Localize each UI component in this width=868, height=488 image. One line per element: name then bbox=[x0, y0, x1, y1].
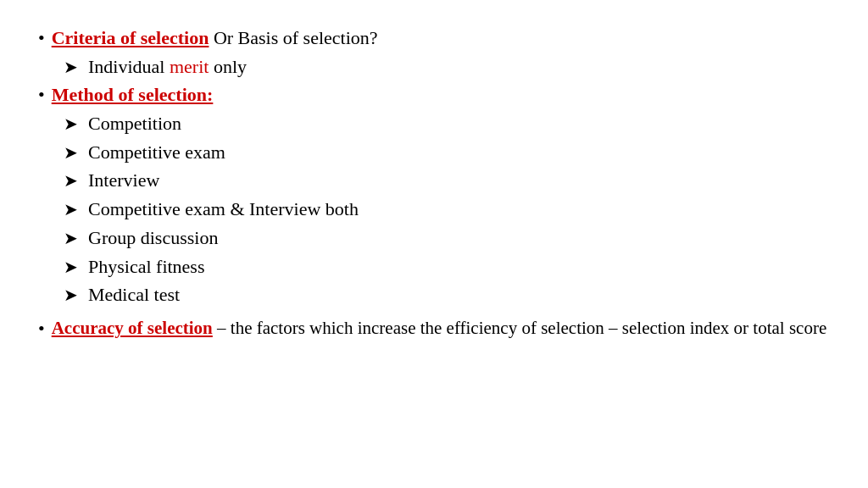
arrow-2: ➤ bbox=[64, 114, 78, 134]
competitive-exam-text: Competitive exam bbox=[88, 140, 225, 165]
accuracy-red: Accuracy of selection bbox=[52, 318, 213, 338]
arrow-8: ➤ bbox=[64, 285, 78, 305]
criteria-black: Or Basis of selection? bbox=[214, 27, 378, 48]
merit-text: Individual merit only bbox=[88, 54, 247, 80]
group-discussion-line: ➤ Group discussion bbox=[38, 225, 830, 251]
group-discussion-text: Group discussion bbox=[88, 225, 218, 251]
bullet-dot-3: • bbox=[38, 318, 45, 340]
method-heading-line: • Method of selection: bbox=[38, 82, 830, 108]
competition-text: Competition bbox=[88, 111, 181, 136]
criteria-line: • Criteria of selection Or Basis of sele… bbox=[38, 25, 830, 51]
criteria-text: Criteria of selection Or Basis of select… bbox=[52, 25, 378, 51]
competition-line: ➤ Competition bbox=[38, 111, 830, 136]
arrow-3: ➤ bbox=[64, 142, 78, 163]
competitive-interview-text: Competitive exam & Interview both bbox=[88, 197, 359, 222]
medical-test-text: Medical test bbox=[88, 282, 180, 308]
accuracy-text: Accuracy of selection – the factors whic… bbox=[52, 316, 830, 341]
criteria-red: Criteria of selection bbox=[52, 27, 209, 48]
physical-fitness-line: ➤ Physical fitness bbox=[38, 254, 830, 280]
merit-text-after: only bbox=[209, 56, 247, 77]
competitive-exam-line: ➤ Competitive exam bbox=[38, 140, 830, 165]
merit-line: ➤ Individual merit only bbox=[38, 54, 830, 80]
arrow-7: ➤ bbox=[64, 257, 78, 277]
bullet-dot-1: • bbox=[38, 27, 45, 49]
accuracy-rest: – the factors which increase the efficie… bbox=[213, 318, 826, 338]
method-heading-text: Method of selection: bbox=[52, 82, 214, 108]
interview-text: Interview bbox=[88, 168, 159, 193]
arrow-4: ➤ bbox=[64, 170, 78, 191]
medical-test-line: ➤ Medical test bbox=[38, 282, 830, 308]
merit-text-before: Individual bbox=[88, 56, 170, 77]
interview-line: ➤ Interview bbox=[38, 168, 830, 193]
bullet-dot-2: • bbox=[38, 84, 45, 106]
physical-fitness-text: Physical fitness bbox=[88, 254, 205, 280]
arrow-6: ➤ bbox=[64, 228, 78, 248]
slide-content: • Criteria of selection Or Basis of sele… bbox=[0, 0, 868, 488]
accuracy-block: • Accuracy of selection – the factors wh… bbox=[38, 316, 830, 341]
merit-word: merit bbox=[170, 56, 209, 77]
competitive-interview-line: ➤ Competitive exam & Interview both bbox=[38, 197, 830, 222]
arrow-1: ➤ bbox=[64, 57, 78, 77]
arrow-5: ➤ bbox=[64, 199, 78, 219]
